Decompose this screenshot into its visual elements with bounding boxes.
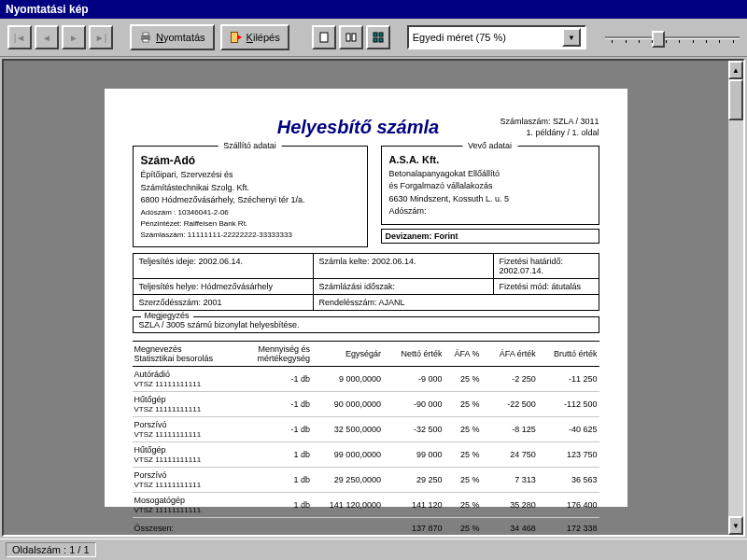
svg-rect-9: [379, 33, 383, 36]
slider-thumb[interactable]: [652, 31, 665, 48]
page-preview: Helyesbítő számla Számlaszám: SZLA / 301…: [105, 89, 627, 507]
info-row-1: Teljesítés ideje: 2002.06.14. Számla kel…: [133, 253, 599, 279]
svg-rect-8: [374, 33, 377, 36]
currency-box: Devizanem: Forint: [381, 229, 599, 244]
scroll-up-button[interactable]: ▲: [728, 61, 743, 79]
view-grid-button[interactable]: [366, 25, 390, 49]
svg-rect-7: [352, 34, 356, 41]
svg-rect-1: [143, 33, 148, 35]
vertical-scrollbar[interactable]: ▲ ▼: [727, 61, 743, 535]
preview-canvas: Helyesbítő számla Számlaszám: SZLA / 301…: [4, 61, 727, 535]
table-row: PorszívóVTSZ 11111111111-1 db32 500,0000…: [133, 416, 599, 441]
nav-first-button[interactable]: |◄: [7, 25, 32, 49]
toolbar: |◄ ◄ ► ►| NNyomtatásyomtatás Kilépés Kil…: [0, 19, 747, 57]
dropdown-arrow-icon: ▼: [562, 28, 581, 47]
svg-rect-11: [379, 38, 383, 42]
seller-box: Szállító adatai Szám-Adó Építőipari, Sze…: [133, 146, 368, 247]
table-row: HűtőgépVTSZ 11111111111-1 db90 000,0000-…: [133, 391, 599, 416]
scroll-thumb[interactable]: [728, 79, 743, 120]
zoom-slider[interactable]: [605, 36, 740, 39]
table-row: PorszívóVTSZ 111111111111 db29 250,00002…: [133, 467, 599, 492]
total-row: Összesen: 137 870 25 % 34 468 172 338: [133, 517, 599, 535]
svg-rect-4: [232, 33, 237, 42]
nav-last-button[interactable]: ►|: [89, 25, 113, 49]
print-button[interactable]: NNyomtatásyomtatás: [130, 24, 215, 50]
svg-rect-2: [143, 39, 148, 42]
exit-icon: [230, 31, 243, 44]
invoice-number: Számlaszám: SZLA / 3011: [500, 117, 599, 128]
window-title: Nyomtatási kép: [0, 0, 747, 19]
svg-rect-10: [374, 38, 377, 42]
svg-rect-5: [320, 33, 328, 42]
info-row-2: Teljesítés helye: Hódmezővásárhely Száml…: [133, 279, 599, 295]
status-bar: Oldalszám : 1 / 1: [0, 539, 747, 560]
table-row: HűtőgépVTSZ 111111111111 db99 000,000099…: [133, 441, 599, 467]
printer-icon: [139, 31, 152, 44]
info-row-3: Szerződésszám: 2001 Rendelésszám: AJANL: [133, 295, 599, 311]
nav-next-button[interactable]: ►: [62, 25, 86, 49]
table-row: AutórádióVTSZ 11111111111-1 db9 000,0000…: [133, 366, 599, 391]
items-table: MegnevezésStatisztikai besorolás Mennyis…: [133, 341, 599, 535]
doc-title: Helyesbítő számla: [217, 117, 500, 138]
exit-button[interactable]: Kilépés Kilépés: [220, 24, 289, 50]
zoom-value: Egyedi méret (75 %): [413, 32, 506, 43]
zoom-select[interactable]: Egyedi méret (75 %) ▼: [407, 25, 586, 49]
view-double-button[interactable]: [339, 25, 363, 49]
page-copy-info: 1. példány / 1. oldal: [500, 128, 599, 139]
buyer-box: Vevő adatai A.S.A. Kft. Betonalapanyagok…: [381, 146, 599, 225]
svg-rect-6: [346, 34, 350, 41]
table-row: MosogatógépVTSZ 111111111111 db141 120,0…: [133, 492, 599, 517]
remark-box: Megjegyzés SZLA / 3005 számú bizonylat h…: [133, 316, 599, 333]
view-single-button[interactable]: [312, 25, 336, 49]
nav-prev-button[interactable]: ◄: [35, 25, 59, 49]
scroll-down-button[interactable]: ▼: [728, 516, 743, 535]
status-page: Oldalszám : 1 / 1: [6, 542, 96, 557]
